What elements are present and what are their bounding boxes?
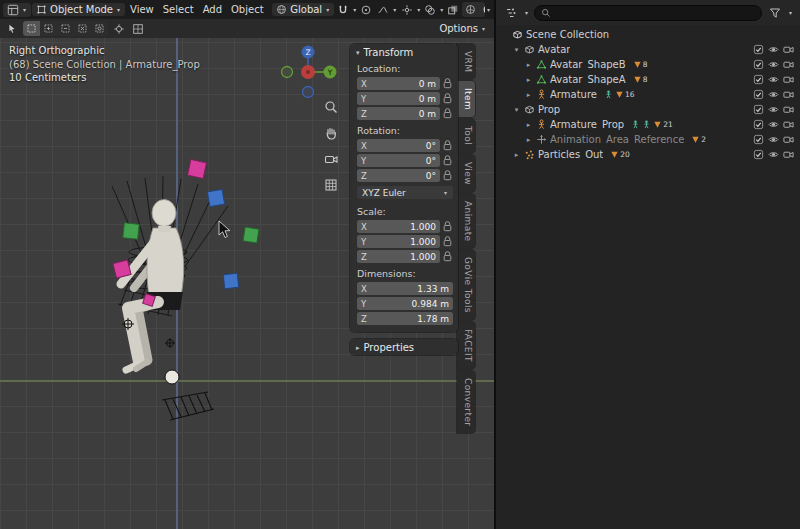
rotation-y-field[interactable]: Y0° [357, 154, 440, 167]
camera-visibility-icon[interactable] [783, 104, 794, 115]
proportional-editing-toggle[interactable] [358, 3, 374, 17]
scale-x-field[interactable]: X1.000 [357, 220, 440, 233]
zoom-button[interactable] [322, 98, 340, 115]
outliner-row[interactable]: ▸Armature16 [496, 87, 800, 102]
snap-dropdown[interactable]: ▾ [352, 7, 357, 13]
row-restriction-toggles[interactable] [753, 149, 794, 160]
row-restriction-toggles[interactable] [753, 89, 794, 100]
row-restriction-toggles[interactable] [753, 44, 794, 55]
outliner-row[interactable]: ▾Prop [496, 102, 800, 117]
outliner-row[interactable]: ▸Avatar_ShapeA8 [496, 72, 800, 87]
location-x-field[interactable]: X0 m [357, 77, 440, 90]
dimensions-x-field[interactable]: X1.33 m [357, 282, 453, 295]
checkbox-icon[interactable] [753, 59, 764, 70]
location-z-field[interactable]: Z0 m [357, 107, 440, 120]
falloff-dropdown[interactable]: ▾ [392, 7, 397, 13]
active-tool-button[interactable] [4, 22, 20, 36]
camera-visibility-icon[interactable] [783, 59, 794, 70]
orientation-dropdown[interactable]: Global ▾ [272, 3, 334, 16]
lock-icon[interactable] [443, 140, 453, 151]
disclosure-triangle[interactable]: ▸ [524, 61, 533, 69]
select-mode-extend-button[interactable] [40, 21, 57, 36]
outliner-row[interactable]: ▸Armature_Prop21 [496, 117, 800, 132]
row-restriction-toggles[interactable] [753, 104, 794, 115]
pan-button[interactable] [322, 124, 340, 141]
select-mode-intersect-button[interactable] [91, 21, 108, 36]
location-y-field[interactable]: Y0 m [357, 92, 440, 105]
sidebar-tab-faceit[interactable]: FACEIT [457, 322, 475, 369]
scale-z-field[interactable]: Z1.000 [357, 250, 440, 263]
mode-dropdown[interactable]: Object Mode ▾ [32, 3, 125, 16]
camera-visibility-icon[interactable] [783, 149, 794, 160]
ortho-toggle-button[interactable] [322, 176, 340, 193]
camera-visibility-icon[interactable] [783, 89, 794, 100]
eye-icon[interactable] [768, 149, 779, 160]
eye-icon[interactable] [768, 89, 779, 100]
select-mode-invert-button[interactable] [74, 21, 91, 36]
rotation-z-field[interactable]: Z0° [357, 169, 440, 182]
camera-visibility-icon[interactable] [783, 119, 794, 130]
select-mode-set-button[interactable] [23, 21, 40, 36]
sidebar-tab-tool[interactable]: Tool [457, 119, 475, 152]
filter-button[interactable] [767, 6, 783, 20]
sidebar-tab-item[interactable]: Item [457, 81, 475, 117]
gizmos-toggle[interactable] [399, 3, 415, 17]
eye-icon[interactable] [768, 44, 779, 55]
gizmos-dropdown[interactable]: ▾ [416, 7, 421, 13]
outliner-editor-type-button[interactable] [503, 6, 519, 20]
row-restriction-toggles[interactable] [753, 119, 794, 130]
navigation-gizmo[interactable]: Z Y [276, 42, 340, 106]
outliner-row[interactable]: ▸Animation_Area_Reference2 [496, 132, 800, 147]
rotation-mode-dropdown[interactable]: XYZ Euler ▾ [357, 186, 453, 199]
disclosure-triangle[interactable]: ▾ [512, 106, 521, 114]
menu-select[interactable]: Select [159, 2, 198, 17]
camera-visibility-icon[interactable] [783, 134, 794, 145]
viewport-canvas[interactable]: Right Orthographic (68) Scene Collection… [0, 38, 494, 529]
snap-toggle[interactable] [335, 3, 351, 17]
eye-icon[interactable] [768, 119, 779, 130]
eye-icon[interactable] [768, 134, 779, 145]
lock-icon[interactable] [443, 170, 453, 181]
lock-icon[interactable] [443, 93, 453, 104]
checkbox-icon[interactable] [753, 104, 764, 115]
gizmo-z-negative-axis[interactable] [303, 87, 314, 98]
disclosure-triangle[interactable]: ▸ [524, 121, 533, 129]
disclosure-triangle[interactable]: ▾ [512, 46, 521, 54]
row-restriction-toggles[interactable] [753, 74, 794, 85]
filter-dropdown[interactable]: ▾ [788, 10, 793, 16]
dimensions-z-field[interactable]: Z1.78 m [357, 312, 453, 325]
tool-option-button-2[interactable] [130, 22, 146, 36]
camera-visibility-icon[interactable] [783, 74, 794, 85]
sidebar-tab-govie-tools[interactable]: GoVie Tools [457, 250, 475, 320]
row-restriction-toggles[interactable] [753, 59, 794, 70]
lock-icon[interactable] [443, 251, 453, 262]
dimensions-y-field[interactable]: Y0.984 m [357, 297, 453, 310]
gizmo-y-negative-axis[interactable] [282, 67, 293, 78]
properties-panel-header[interactable]: ▸ Properties [350, 339, 458, 355]
menu-object[interactable]: Object [227, 2, 268, 17]
sidebar-tab-vrm[interactable]: VRM [457, 44, 475, 79]
select-mode-subtract-button[interactable] [57, 21, 74, 36]
overlays-toggle[interactable] [422, 3, 438, 17]
disclosure-triangle[interactable]: ▸ [524, 76, 533, 84]
eye-icon[interactable] [768, 74, 779, 85]
outliner-row[interactable]: Scene Collection [496, 27, 800, 42]
checkbox-icon[interactable] [753, 89, 764, 100]
search-input[interactable] [555, 8, 755, 18]
checkbox-icon[interactable] [753, 74, 764, 85]
outliner-row[interactable]: ▸Avatar_ShapeB8 [496, 57, 800, 72]
camera-visibility-icon[interactable] [783, 44, 794, 55]
lock-icon[interactable] [443, 236, 453, 247]
sidebar-tab-view[interactable]: View [457, 155, 475, 192]
checkbox-icon[interactable] [753, 134, 764, 145]
menu-add[interactable]: Add [199, 2, 226, 17]
options-dropdown[interactable]: Options ▾ [435, 22, 490, 35]
editor-type-button[interactable]: ▾ [3, 3, 31, 17]
lock-icon[interactable] [443, 108, 453, 119]
disclosure-triangle[interactable]: ▸ [524, 91, 533, 99]
camera-view-button[interactable] [322, 150, 340, 167]
xray-toggle[interactable] [445, 3, 461, 17]
lock-icon[interactable] [443, 221, 453, 232]
overlays-dropdown[interactable]: ▾ [439, 7, 444, 13]
sidebar-tab-converter[interactable]: Converter [457, 371, 475, 433]
